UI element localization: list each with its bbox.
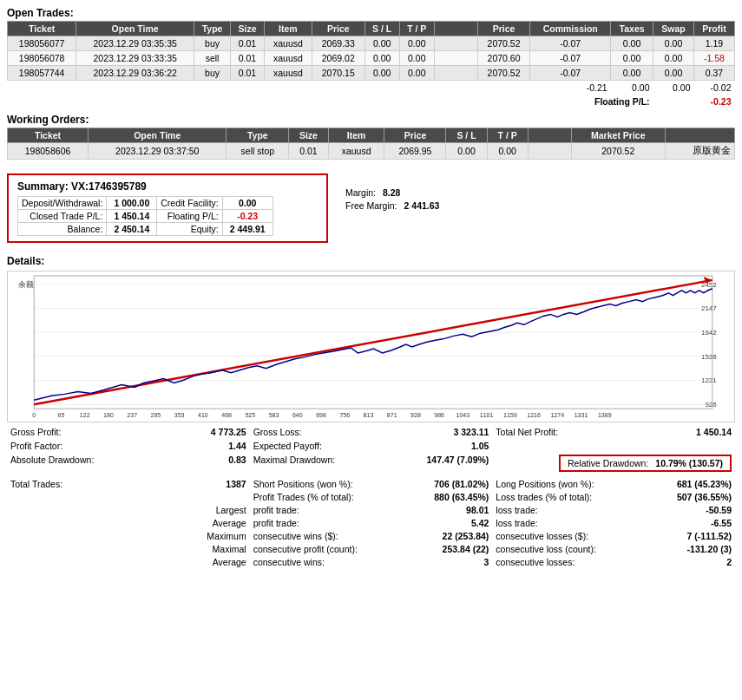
balance-value: 2 450.14 (107, 223, 157, 236)
absolute-drawdown-label: Absolute Drawdown: (10, 455, 94, 472)
col-tp: T / P (399, 22, 434, 36)
avg-consecutive-wins-value: 3 (483, 557, 489, 567)
summary-section: Summary: VX:1746395789 Deposit/Withdrawa… (7, 167, 735, 250)
svg-text:1159: 1159 (503, 412, 517, 418)
deposit-label: Deposit/Withdrawal: (18, 197, 107, 210)
balance-label: Balance: (18, 223, 107, 236)
svg-text:2147: 2147 (701, 305, 717, 313)
svg-text:1536: 1536 (701, 353, 717, 361)
wo-col-price: Price (384, 128, 446, 143)
svg-text:698: 698 (316, 412, 326, 418)
open-trades-section: Open Trades: Ticket Open Time Type Size … (7, 7, 735, 108)
largest-loss-trade-label: loss trade: (496, 505, 537, 515)
equity-label: Equity: (157, 223, 223, 236)
details-title: Details: (7, 255, 735, 267)
maximal-label: Maximal (213, 544, 246, 554)
svg-text:583: 583 (269, 412, 279, 418)
svg-text:410: 410 (198, 412, 208, 418)
largest-loss-trade-value: -50.59 (706, 505, 732, 515)
wo-col-market-price: Market Price (571, 128, 665, 143)
wo-col-empty (528, 128, 571, 143)
average-loss-trade-value: -6.55 (711, 518, 732, 528)
col-sl: S / L (364, 22, 399, 36)
svg-text:1043: 1043 (456, 412, 470, 418)
col-taxes: Taxes (611, 22, 653, 36)
svg-text:余额: 余额 (18, 280, 34, 289)
credit-label: Credit Facility: (157, 197, 223, 210)
open-trades-table: Ticket Open Time Type Size Item Price S … (7, 21, 735, 108)
closed-pl-label: Closed Trade P/L: (18, 210, 107, 223)
free-margin-value: 2 441.63 (404, 200, 440, 211)
chart-container: 余额 2452 2147 1842 1536 1231 926 0 (7, 271, 735, 422)
deposit-value: 1 000.00 (107, 197, 157, 210)
svg-text:756: 756 (339, 412, 350, 418)
maximal-drawdown-label: Maximal Drawdown: (253, 455, 336, 472)
wo-col-item: Item (328, 128, 384, 143)
average-label: Average (213, 518, 246, 528)
loss-trades-value: 507 (36.55%) (677, 492, 732, 502)
svg-text:1842: 1842 (701, 329, 717, 337)
maximal-consecutive-loss-value: -131.20 (3) (687, 544, 732, 554)
expected-payoff-value: 1.05 (471, 441, 489, 451)
max-consecutive-losses-label: consecutive losses ($): (496, 531, 588, 541)
stats-section: Gross Profit: 4 773.25 Gross Loss: 3 323… (7, 426, 735, 568)
col-size: Size (231, 22, 265, 36)
col-item: Item (264, 22, 312, 36)
working-orders-section: Working Orders: Ticket Open Time Type Si… (7, 114, 735, 160)
svg-text:295: 295 (151, 412, 161, 418)
maximal-drawdown-value: 147.47 (7.09%) (427, 455, 489, 472)
svg-text:1331: 1331 (575, 412, 588, 418)
largest-profit-trade-value: 98.01 (466, 505, 489, 515)
svg-text:237: 237 (127, 412, 137, 418)
wo-col-tp: T / P (487, 128, 528, 143)
max-consecutive-wins-value: 22 (253.84) (443, 531, 489, 541)
working-orders-table: Ticket Open Time Type Size Item Price S … (7, 128, 735, 160)
wo-col-open-time: Open Time (89, 128, 227, 143)
total-net-profit-value: 1 450.14 (696, 427, 732, 437)
wo-col-size: Size (289, 128, 328, 143)
details-section: Details: 余额 2452 2147 1842 1536 1231 926 (7, 255, 735, 568)
chart-svg: 余额 2452 2147 1842 1536 1231 926 0 (8, 271, 734, 422)
svg-text:0: 0 (32, 412, 36, 418)
largest-profit-trade-label: profit trade: (253, 505, 299, 515)
table-row: 198058606 2023.12.29 03:37:50 sell stop … (8, 143, 735, 160)
max-consecutive-wins-label: consecutive wins ($): (253, 531, 338, 541)
average-profit-trade-label: profit trade: (253, 518, 299, 528)
average-loss-trade-label: loss trade: (496, 518, 537, 528)
svg-text:1389: 1389 (598, 412, 612, 418)
maximal-consecutive-profit-label: consecutive profit (count): (253, 544, 358, 554)
svg-text:1231: 1231 (701, 377, 717, 385)
relative-drawdown-label: Relative Drawdown: (568, 458, 648, 468)
svg-line-14 (34, 280, 712, 404)
relative-drawdown-value: 10.79% (130.57) (655, 458, 723, 468)
col-price: Price (312, 22, 365, 36)
svg-text:353: 353 (174, 412, 185, 418)
svg-text:928: 928 (410, 412, 421, 418)
col-price2: Price (477, 22, 530, 36)
col-profit: Profit (693, 22, 734, 36)
svg-text:871: 871 (387, 412, 397, 418)
svg-text:180: 180 (103, 412, 114, 418)
maximal-consecutive-profit-value: 253.84 (22) (443, 544, 489, 554)
avg-consecutive-wins-label: consecutive wins: (253, 557, 325, 567)
col-open-time: Open Time (76, 22, 194, 36)
gross-loss-value: 3 323.11 (453, 427, 489, 437)
total-net-profit-label: Total Net Profit: (496, 427, 558, 437)
profit-trades-label: Profit Trades (% of total): (253, 492, 354, 502)
svg-text:640: 640 (292, 412, 303, 418)
col-empty (434, 22, 477, 36)
col-commission: Commission (530, 22, 611, 36)
table-row: 198056078 2023.12.29 03:33:35 sell 0.01 … (8, 51, 735, 66)
wo-col-note (665, 128, 734, 143)
svg-text:65: 65 (58, 412, 65, 418)
avg-consecutive-losses-label: consecutive losses: (496, 557, 575, 567)
free-margin-label: Free Margin: (345, 200, 397, 211)
wo-col-ticket: Ticket (8, 128, 89, 143)
svg-text:926: 926 (705, 401, 717, 409)
svg-text:813: 813 (364, 412, 374, 418)
wo-col-sl: S / L (446, 128, 487, 143)
svg-text:525: 525 (245, 412, 255, 418)
col-type: Type (194, 22, 231, 36)
svg-text:1274: 1274 (550, 412, 564, 418)
maximum-label: Maximum (207, 531, 246, 541)
